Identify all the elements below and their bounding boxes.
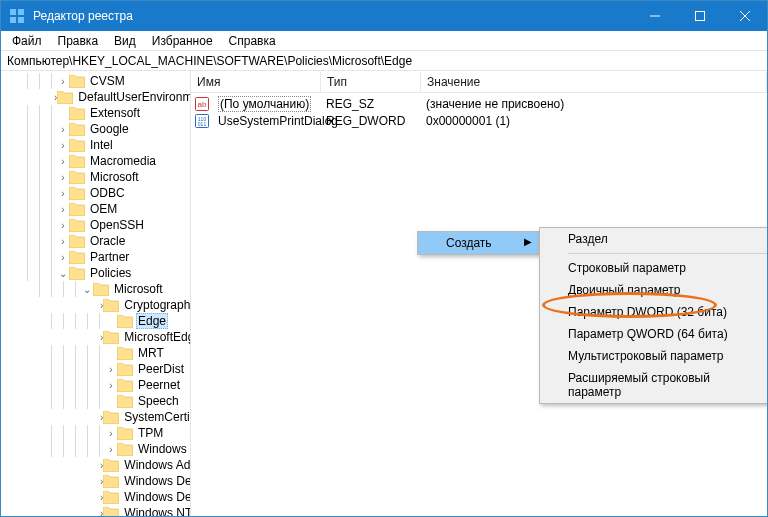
close-button[interactable]	[722, 1, 767, 31]
expand-icon[interactable]: ›	[57, 172, 69, 183]
expand-icon[interactable]: ›	[57, 124, 69, 135]
tree-node[interactable]: ›SystemCertific	[1, 409, 190, 425]
context-menu[interactable]: Создать ▶	[417, 231, 539, 255]
tree-label: Windows	[136, 442, 189, 456]
tree-line	[51, 441, 52, 457]
menu-item[interactable]: Правка	[51, 32, 106, 50]
maximize-button[interactable]	[677, 1, 722, 31]
context-subitem[interactable]: Раздел	[540, 228, 768, 250]
menu-item[interactable]: Вид	[107, 32, 143, 50]
tree-node[interactable]: ⌄Policies	[1, 265, 190, 281]
column-name[interactable]: Имя	[191, 72, 321, 92]
expand-icon[interactable]: ›	[57, 204, 69, 215]
tree-node[interactable]: ·Extensoft	[1, 105, 190, 121]
context-subitem[interactable]: Двоичный параметр	[540, 279, 768, 301]
menu-item[interactable]: Справка	[222, 32, 283, 50]
tree-node[interactable]: ›Oracle	[1, 233, 190, 249]
tree-node[interactable]: ·Edge	[1, 313, 190, 329]
expand-icon[interactable]: ⌄	[81, 284, 93, 295]
tree-node[interactable]: ›TPM	[1, 425, 190, 441]
expand-icon[interactable]: ›	[105, 380, 117, 391]
tree-node[interactable]: ›Windows NT	[1, 505, 190, 516]
tree-node[interactable]: ›ODBC	[1, 185, 190, 201]
svg-text:ab: ab	[198, 100, 207, 109]
expand-icon[interactable]: ›	[57, 252, 69, 263]
tree-label: Windows NT	[122, 506, 191, 516]
tree-node[interactable]: ›Macromedia	[1, 153, 190, 169]
expand-icon[interactable]: ›	[105, 364, 117, 375]
tree-node[interactable]: ›Google	[1, 121, 190, 137]
tree-line	[51, 249, 52, 265]
expand-icon[interactable]: ·	[105, 396, 117, 407]
context-subitem[interactable]: Строковый параметр	[540, 257, 768, 279]
menu-item[interactable]: Избранное	[145, 32, 220, 50]
menu-item[interactable]: Файл	[5, 32, 49, 50]
tree-line	[51, 201, 52, 217]
cell-name: (По умолчанию)	[212, 97, 320, 111]
tree-line	[39, 105, 40, 121]
context-item-new[interactable]: Создать ▶	[418, 232, 538, 254]
context-subitem[interactable]: Параметр QWORD (64 бита)	[540, 323, 768, 345]
tree-node[interactable]: ›Partner	[1, 249, 190, 265]
tree-line	[27, 185, 28, 201]
tree-node[interactable]: ›OpenSSH	[1, 217, 190, 233]
tree-node[interactable]: ›OEM	[1, 201, 190, 217]
value-row[interactable]: ab(По умолчанию)REG_SZ(значение не присв…	[191, 95, 767, 112]
expand-icon[interactable]: ⌄	[57, 268, 69, 279]
tree-node[interactable]: ›Peernet	[1, 377, 190, 393]
tree-node[interactable]: ›Windows Defe	[1, 489, 190, 505]
tree-node[interactable]: ›Windows	[1, 441, 190, 457]
address-input[interactable]	[5, 53, 763, 69]
tree-line	[99, 425, 100, 441]
tree-node[interactable]: ›PeerDist	[1, 361, 190, 377]
tree-node[interactable]: ›Windows Adva	[1, 457, 190, 473]
column-type[interactable]: Тип	[321, 72, 421, 92]
expand-icon[interactable]: ·	[57, 108, 69, 119]
context-subitem[interactable]: Параметр DWORD (32 бита)	[540, 301, 768, 323]
tree-node[interactable]: ›Cryptography	[1, 297, 190, 313]
value-row[interactable]: 110011UseSystemPrintDialogREG_DWORD0x000…	[191, 112, 767, 129]
minimize-button[interactable]	[632, 1, 677, 31]
expand-icon[interactable]: ›	[57, 188, 69, 199]
expand-icon[interactable]: ›	[57, 220, 69, 231]
tree-line	[75, 425, 76, 441]
expand-icon[interactable]: ·	[105, 348, 117, 359]
context-subitem[interactable]: Мультистроковый параметр	[540, 345, 768, 367]
tree-node[interactable]: ›Intel	[1, 137, 190, 153]
tree-node[interactable]: ›CVSM	[1, 73, 190, 89]
expand-icon[interactable]: ›	[105, 428, 117, 439]
tree-line	[51, 265, 52, 281]
tree-label: Google	[88, 122, 131, 136]
tree-line	[27, 233, 28, 249]
content-area: ›CVSM›DefaultUserEnvironm·Extensoft›Goog…	[1, 71, 767, 516]
expand-icon[interactable]: ›	[57, 156, 69, 167]
tree-line	[75, 345, 76, 361]
tree-line	[27, 137, 28, 153]
tree-line	[51, 121, 52, 137]
tree-node[interactable]: ·MRT	[1, 345, 190, 361]
tree-node[interactable]: ›DefaultUserEnvironm	[1, 89, 190, 105]
expand-icon[interactable]: ›	[105, 444, 117, 455]
expand-icon[interactable]: ›	[57, 140, 69, 151]
svg-text:011: 011	[198, 121, 207, 127]
menu-separator	[568, 253, 767, 254]
tree-line	[27, 217, 28, 233]
tree-node[interactable]: ·Speech	[1, 393, 190, 409]
context-subitem[interactable]: Расширяемый строковый параметр	[540, 367, 768, 403]
tree-node[interactable]: ⌄Microsoft	[1, 281, 190, 297]
tree-line	[51, 393, 52, 409]
tree-node[interactable]: ›Windows Defe	[1, 473, 190, 489]
tree-line	[75, 281, 76, 297]
tree-node[interactable]: ›MicrosoftEdge	[1, 329, 190, 345]
context-submenu[interactable]: РазделСтроковый параметрДвоичный парамет…	[539, 227, 768, 404]
tree-label: MicrosoftEdge	[122, 330, 191, 344]
tree-panel[interactable]: ›CVSM›DefaultUserEnvironm·Extensoft›Goog…	[1, 71, 191, 516]
expand-icon[interactable]: ›	[57, 76, 69, 87]
tree-node[interactable]: ›Microsoft	[1, 169, 190, 185]
tree-label: MRT	[136, 346, 166, 360]
expand-icon[interactable]: ·	[105, 316, 117, 327]
tree-line	[63, 361, 64, 377]
column-value[interactable]: Значение	[421, 72, 767, 92]
tree-label: Macromedia	[88, 154, 158, 168]
expand-icon[interactable]: ›	[57, 236, 69, 247]
